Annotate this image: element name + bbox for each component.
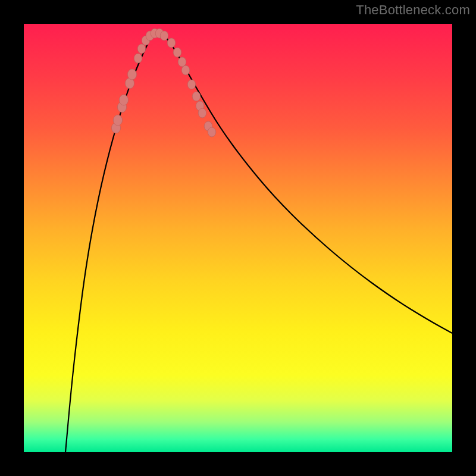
plot-area	[24, 24, 452, 452]
scatter-dots	[111, 29, 215, 137]
scatter-dot	[173, 48, 181, 57]
scatter-dot	[119, 95, 128, 105]
scatter-dot	[113, 115, 122, 126]
scatter-dot	[198, 108, 206, 118]
scatter-dot	[134, 54, 142, 63]
scatter-dot	[187, 80, 196, 89]
curve-right-branch	[164, 36, 452, 333]
scatter-dot	[167, 38, 176, 48]
scatter-dot	[127, 69, 136, 80]
scatter-dot	[192, 92, 201, 101]
curve-left-branch	[65, 36, 151, 452]
scatter-dot	[160, 31, 168, 40]
scatter-dot	[181, 65, 190, 75]
scatter-dot	[137, 44, 146, 54]
chart-frame: TheBottleneck.com	[0, 0, 476, 476]
chart-svg	[24, 24, 452, 452]
watermark-text: TheBottleneck.com	[356, 2, 470, 18]
scatter-dot	[178, 57, 186, 67]
scatter-dot	[208, 127, 216, 137]
